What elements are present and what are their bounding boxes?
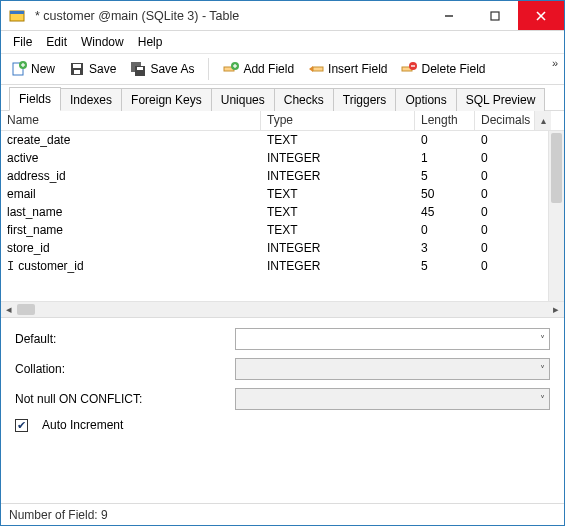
cell-decimals[interactable]: 0 <box>475 168 535 184</box>
save-as-button[interactable]: Save As <box>124 58 200 80</box>
svg-rect-11 <box>73 64 81 68</box>
cell-name[interactable]: Icustomer_id <box>1 258 261 274</box>
collation-select[interactable]: ˅ <box>235 358 550 380</box>
scroll-right-icon[interactable]: ▸ <box>548 302 564 318</box>
col-name[interactable]: Name <box>1 111 261 130</box>
cell-name[interactable]: store_id <box>1 240 261 256</box>
add-field-label: Add Field <box>243 62 294 76</box>
cell-name[interactable]: last_name <box>1 204 261 220</box>
insert-field-button[interactable]: Insert Field <box>302 58 393 80</box>
row-autoinc: ✔ Auto Increment <box>15 418 550 432</box>
label-default: Default: <box>15 332 225 346</box>
cell-type[interactable]: TEXT <box>261 204 415 220</box>
table-row[interactable]: first_nameTEXT00 <box>1 221 564 239</box>
cell-decimals[interactable]: 0 <box>475 222 535 238</box>
window-buttons <box>426 1 564 30</box>
new-button[interactable]: New <box>5 58 61 80</box>
delete-field-button[interactable]: Delete Field <box>395 58 491 80</box>
minimize-button[interactable] <box>426 1 472 30</box>
cell-type[interactable]: INTEGER <box>261 168 415 184</box>
menu-window[interactable]: Window <box>75 33 130 51</box>
vertical-scrollbar[interactable] <box>548 131 564 301</box>
status-bar: Number of Field: 9 <box>1 503 564 525</box>
cell-length[interactable]: 5 <box>415 258 475 274</box>
new-label: New <box>31 62 55 76</box>
cell-length[interactable]: 5 <box>415 168 475 184</box>
tab-triggers[interactable]: Triggers <box>333 88 397 111</box>
table-row[interactable]: address_idINTEGER50 <box>1 167 564 185</box>
cell-length[interactable]: 50 <box>415 186 475 202</box>
cell-name[interactable]: create_date <box>1 132 261 148</box>
cell-name[interactable]: first_name <box>1 222 261 238</box>
tab-foreign-keys[interactable]: Foreign Keys <box>121 88 212 111</box>
cell-type[interactable]: INTEGER <box>261 150 415 166</box>
toolbar: New Save Save As Add Field Insert Field … <box>1 53 564 85</box>
name-text: create_date <box>7 133 70 147</box>
cell-decimals[interactable]: 0 <box>475 240 535 256</box>
col-decimals[interactable]: Decimals <box>475 111 535 130</box>
tab-uniques[interactable]: Uniques <box>211 88 275 111</box>
maximize-button[interactable] <box>472 1 518 30</box>
toolbar-overflow-icon[interactable]: » <box>552 58 558 69</box>
horizontal-scrollbar[interactable]: ◂ ▸ <box>1 301 564 317</box>
cell-length[interactable]: 3 <box>415 240 475 256</box>
cell-name[interactable]: address_id <box>1 168 261 184</box>
save-button[interactable]: Save <box>63 58 122 80</box>
menu-file[interactable]: File <box>7 33 38 51</box>
cell-decimals[interactable]: 0 <box>475 132 535 148</box>
menu-edit[interactable]: Edit <box>40 33 73 51</box>
cell-decimals[interactable]: 0 <box>475 258 535 274</box>
table-row[interactable]: create_dateTEXT00 <box>1 131 564 149</box>
tab-indexes[interactable]: Indexes <box>60 88 122 111</box>
table-row[interactable]: Icustomer_idINTEGER50 <box>1 257 564 275</box>
cell-name[interactable]: email <box>1 186 261 202</box>
cell-length[interactable]: 45 <box>415 204 475 220</box>
cell-decimals[interactable]: 0 <box>475 186 535 202</box>
svg-rect-12 <box>74 70 80 74</box>
scroll-left-icon[interactable]: ◂ <box>1 302 17 318</box>
cell-length[interactable]: 0 <box>415 132 475 148</box>
svg-rect-15 <box>137 67 143 70</box>
col-type[interactable]: Type <box>261 111 415 130</box>
grid-body[interactable]: create_dateTEXT00activeINTEGER10address_… <box>1 131 564 301</box>
svg-rect-1 <box>10 11 24 14</box>
tab-checks[interactable]: Checks <box>274 88 334 111</box>
cell-length[interactable]: 0 <box>415 222 475 238</box>
tab-fields[interactable]: Fields <box>9 87 61 111</box>
tab-options[interactable]: Options <box>395 88 456 111</box>
cell-type[interactable]: TEXT <box>261 222 415 238</box>
menu-help[interactable]: Help <box>132 33 169 51</box>
check-icon: ✔ <box>17 420 26 431</box>
add-field-button[interactable]: Add Field <box>217 58 300 80</box>
cell-type[interactable]: INTEGER <box>261 258 415 274</box>
hscroll-thumb[interactable] <box>17 304 35 315</box>
auto-increment-checkbox[interactable]: ✔ <box>15 419 28 432</box>
cell-decimals[interactable]: 0 <box>475 204 535 220</box>
name-text: active <box>7 151 38 165</box>
cell-type[interactable]: TEXT <box>261 186 415 202</box>
save-icon <box>69 61 85 77</box>
delete-field-icon <box>401 61 417 77</box>
cell-name[interactable]: active <box>1 150 261 166</box>
fields-grid: Name Type Length Decimals ▴ create_dateT… <box>1 111 564 318</box>
notnull-select[interactable]: ˅ <box>235 388 550 410</box>
table-row[interactable]: last_nameTEXT450 <box>1 203 564 221</box>
cell-length[interactable]: 1 <box>415 150 475 166</box>
table-row[interactable]: emailTEXT500 <box>1 185 564 203</box>
svg-rect-3 <box>491 12 499 20</box>
chevron-down-icon: ˅ <box>540 394 545 405</box>
table-row[interactable]: activeINTEGER10 <box>1 149 564 167</box>
cell-type[interactable]: TEXT <box>261 132 415 148</box>
scroll-thumb[interactable] <box>551 133 562 203</box>
cell-decimals[interactable]: 0 <box>475 150 535 166</box>
save-as-label: Save As <box>150 62 194 76</box>
insert-field-label: Insert Field <box>328 62 387 76</box>
close-button[interactable] <box>518 1 564 30</box>
default-select[interactable]: ˅ <box>235 328 550 350</box>
col-length[interactable]: Length <box>415 111 475 130</box>
cell-type[interactable]: INTEGER <box>261 240 415 256</box>
table-row[interactable]: store_idINTEGER30 <box>1 239 564 257</box>
tab-sql-preview[interactable]: SQL Preview <box>456 88 546 111</box>
grid-header: Name Type Length Decimals ▴ <box>1 111 564 131</box>
scroll-up-icon[interactable]: ▴ <box>535 111 551 130</box>
